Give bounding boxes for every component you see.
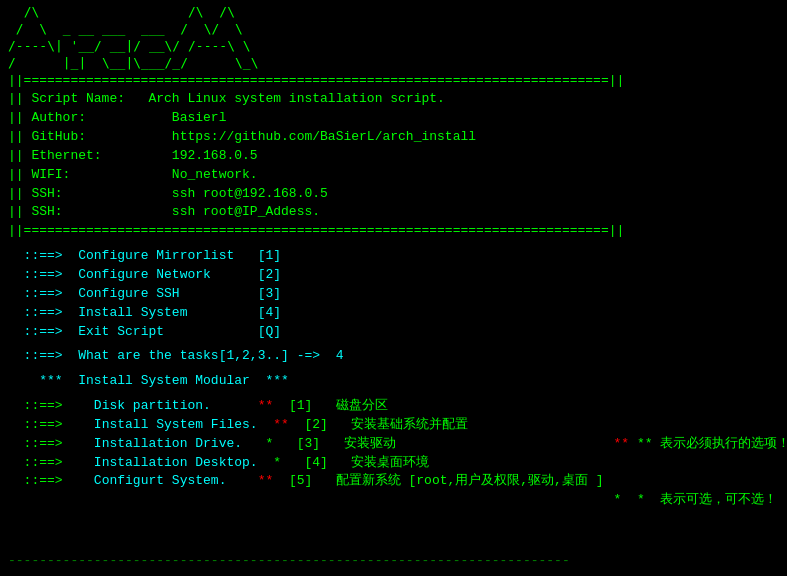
github-value: https://github.com/BaSierL/arch_install (86, 129, 476, 144)
wifi-label: || WIFI: (8, 167, 70, 182)
task-5: ::==> Configurt System. ** [5] 配置新系统 [ro… (8, 472, 604, 491)
task-4: ::==> Installation Desktop. * [4] 安装桌面环境 (8, 454, 604, 473)
task-list: ::==> Disk partition. ** [1] 磁盘分区 ::==> … (8, 397, 604, 491)
wifi-line: || WIFI: No_network. (8, 166, 779, 185)
main-menu: ::==> Configure Mirrorlist [1] ::==> Con… (8, 247, 779, 341)
terminal: /\ /\ /\ / \ _ __ ___ ___ / \/ \ /----\|… (0, 0, 787, 576)
ssh2-label: || SSH: (8, 204, 63, 219)
menu-item-1: ::==> Configure Mirrorlist [1] (8, 247, 779, 266)
ssh1-value: ssh root@192.168.0.5 (63, 186, 328, 201)
github-line: || GitHub: https://github.com/BaSierL/ar… (8, 128, 779, 147)
section-title: *** Install System Modular *** (8, 372, 779, 391)
task-2: ::==> Install System Files. ** [2] 安装基础系… (8, 416, 604, 435)
script-name-value: Arch Linux system installation script. (125, 91, 445, 106)
menu-item-2: ::==> Configure Network [2] (8, 266, 779, 285)
ascii-art-line1: /\ /\ /\ / \ _ __ ___ ___ / \/ \ /----\|… (8, 4, 779, 72)
task-3: ::==> Installation Drive. * [3] 安装驱动 (8, 435, 604, 454)
ssh2-value: ssh root@IP_Addess. (63, 204, 320, 219)
author-value: Basierl (86, 110, 226, 125)
wifi-value: No_network. (70, 167, 257, 182)
github-label: || GitHub: (8, 129, 86, 144)
legend-block: ** ** 表示必须执行的选项！ * * 表示可选，可不选！ (604, 397, 787, 548)
menu-item-3: ::==> Configure SSH [3] (8, 285, 779, 304)
prompt1: ::==> What are the tasks[1,2,3..] -=> 4 (8, 347, 779, 366)
script-name-line: || Script Name: Arch Linux system instal… (8, 90, 779, 109)
top-divider: ||======================================… (8, 72, 779, 91)
ssh1-label: || SSH: (8, 186, 63, 201)
ascii-art-block: /\ /\ /\ / \ _ __ ___ ___ / \/ \ /----\|… (8, 4, 779, 72)
ethernet-label: || Ethernet: (8, 148, 102, 163)
legend1: ** ** 表示必须执行的选项！ (614, 435, 787, 454)
author-label: || Author: (8, 110, 86, 125)
author-line: || Author: Basierl (8, 109, 779, 128)
ethernet-value: 192.168.0.5 (102, 148, 258, 163)
info-block: || Script Name: Arch Linux system instal… (8, 90, 779, 222)
legend2: * * 表示可选，可不选！ (614, 491, 787, 510)
ssh2-line: || SSH: ssh root@IP_Addess. (8, 203, 779, 222)
tasks-and-legend: ::==> Disk partition. ** [1] 磁盘分区 ::==> … (8, 397, 779, 548)
menu-item-5: ::==> Exit Script [Q] (8, 323, 779, 342)
ssh1-line: || SSH: ssh root@192.168.0.5 (8, 185, 779, 204)
menu-item-4: ::==> Install System [4] (8, 304, 779, 323)
task-1: ::==> Disk partition. ** [1] 磁盘分区 (8, 397, 604, 416)
script-name-label: || Script Name: (8, 91, 125, 106)
ethernet-line: || Ethernet: 192.168.0.5 (8, 147, 779, 166)
task-divider: ----------------------------------------… (8, 552, 779, 571)
bottom-divider: ||======================================… (8, 222, 779, 241)
